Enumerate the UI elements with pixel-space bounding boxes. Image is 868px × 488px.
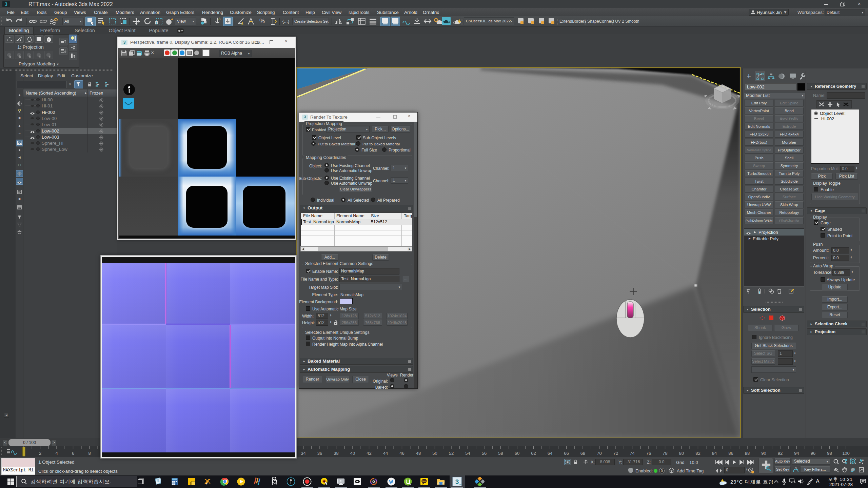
svg-text:36: 36 [317,451,322,456]
svg-text:68: 68 [580,451,585,456]
svg-text:48: 48 [416,451,421,456]
svg-text:86: 86 [728,451,733,456]
svg-text:74: 74 [630,451,634,456]
svg-text:76: 76 [646,451,651,456]
svg-text:88: 88 [745,451,750,456]
svg-text:82: 82 [695,451,700,456]
svg-text:38: 38 [334,451,338,456]
svg-text:50: 50 [432,451,437,456]
svg-text:72: 72 [613,451,618,456]
svg-text:64: 64 [548,451,552,456]
svg-text:46: 46 [399,451,404,456]
svg-text:4: 4 [55,451,58,456]
svg-text:60: 60 [515,451,519,456]
svg-text:44: 44 [383,451,388,456]
svg-text:52: 52 [449,451,454,456]
svg-text:84: 84 [712,451,717,456]
svg-text:3: 3 [455,478,459,485]
svg-text:8: 8 [88,451,91,456]
svg-text:6: 6 [72,451,74,456]
svg-text:MAX: MAX [459,484,462,486]
svg-text:96: 96 [811,451,815,456]
svg-text:78: 78 [663,451,667,456]
svg-text:94: 94 [794,451,799,456]
svg-text:100: 100 [842,451,850,456]
svg-text:90: 90 [761,451,766,456]
svg-text:62: 62 [531,451,536,456]
svg-text:98: 98 [827,451,832,456]
svg-text:66: 66 [564,451,569,456]
svg-text:58: 58 [498,451,503,456]
svg-text:TALK: TALK [422,480,427,482]
svg-text:80: 80 [679,451,684,456]
svg-text:2: 2 [39,451,41,456]
svg-text:54: 54 [465,451,470,456]
svg-text:92: 92 [778,451,783,456]
svg-text:3: 3 [241,22,243,26]
svg-text:3: 3 [218,17,220,21]
svg-text:56: 56 [482,451,487,456]
svg-text:42: 42 [367,451,371,456]
svg-text:40: 40 [350,451,355,456]
svg-text:70: 70 [597,451,601,456]
svg-text:34: 34 [301,451,305,456]
